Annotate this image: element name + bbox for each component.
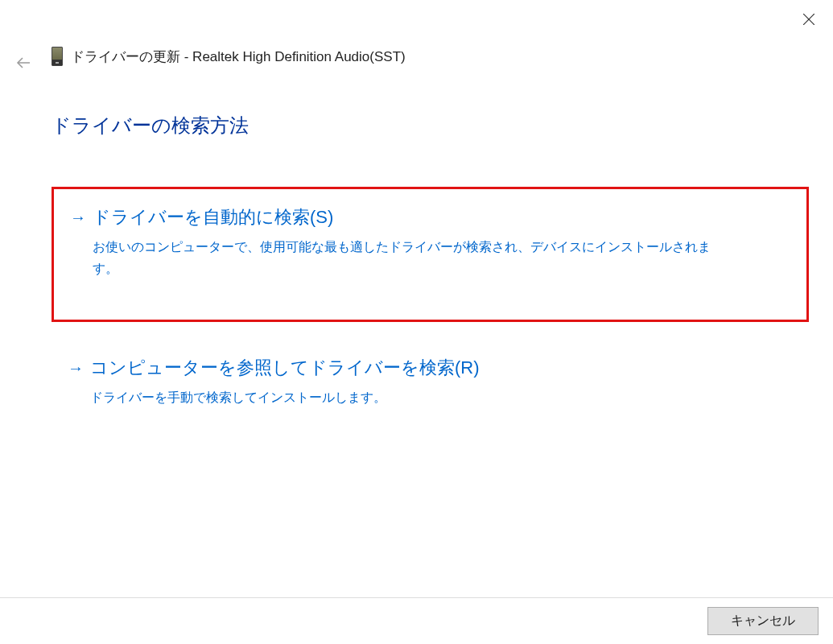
arrow-right-icon: →	[70, 205, 86, 229]
page-heading: ドライバーの検索方法	[52, 113, 809, 138]
dialog-header: ドライバーの更新 - Realtek High Definition Audio…	[52, 47, 406, 66]
dialog-title: ドライバーの更新 - Realtek High Definition Audio…	[71, 47, 406, 66]
close-icon	[803, 14, 814, 25]
option-description: ドライバーを手動で検索してインストールします。	[90, 386, 710, 408]
back-button[interactable]	[16, 54, 31, 72]
option-auto-search[interactable]: → ドライバーを自動的に検索(S) お使いのコンピューターで、使用可能な最も適し…	[52, 187, 809, 322]
option-title: ドライバーを自動的に検索(S)	[93, 205, 790, 229]
option-description: お使いのコンピューターで、使用可能な最も適したドライバーが検索され、デバイスにイ…	[93, 236, 712, 279]
close-button[interactable]	[799, 10, 819, 29]
cancel-button[interactable]: キャンセル	[707, 607, 819, 635]
dialog-footer: キャンセル	[0, 597, 833, 644]
option-browse-computer[interactable]: → コンピューターを参照してドライバーを検索(R) ドライバーを手動で検索してイ…	[52, 341, 809, 431]
option-title: コンピューターを参照してドライバーを検索(R)	[90, 356, 793, 380]
content-area: ドライバーの検索方法 → ドライバーを自動的に検索(S) お使いのコンピューター…	[52, 113, 809, 451]
arrow-right-icon: →	[68, 356, 84, 380]
device-icon	[52, 47, 63, 66]
arrow-left-icon	[16, 57, 31, 68]
